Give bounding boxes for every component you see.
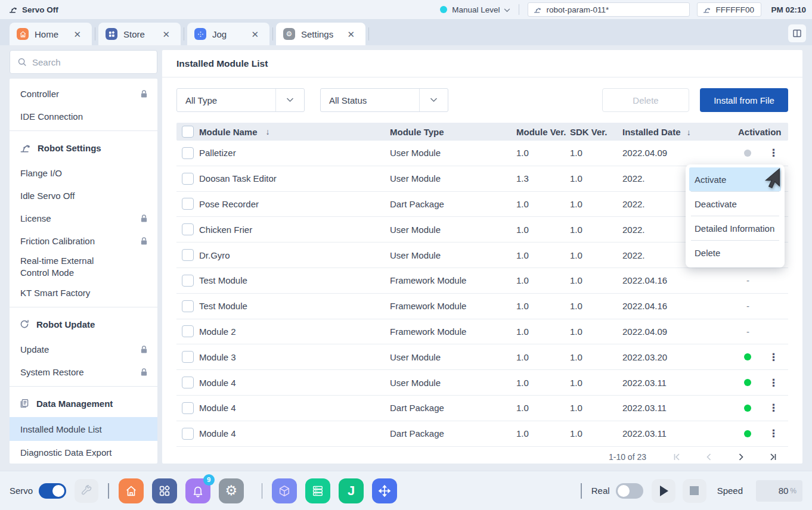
first-page-icon[interactable] bbox=[671, 452, 682, 462]
module-type-cell: User Module bbox=[390, 352, 516, 362]
installed-date-cell: 2022.04.16 bbox=[622, 275, 731, 285]
installed-date-cell: 2022.03.11 bbox=[622, 428, 731, 439]
tab-jog[interactable]: Jog ✕ bbox=[187, 23, 269, 45]
status-filter-select[interactable]: All Status bbox=[320, 88, 448, 112]
sidebar-item-license[interactable]: License bbox=[10, 207, 157, 229]
column-installed-date[interactable]: Installed Date bbox=[622, 127, 681, 137]
kebab-menu-icon[interactable]: ⋮ bbox=[768, 428, 779, 439]
sidebar-item-system-restore[interactable]: System Restore bbox=[10, 360, 157, 383]
mode-label[interactable]: Manual Level bbox=[452, 5, 500, 14]
delete-button[interactable]: Delete bbox=[602, 88, 689, 112]
sort-desc-icon[interactable]: ↓ bbox=[266, 127, 270, 136]
installed-date-cell: 2022.04.16 bbox=[622, 301, 731, 311]
speed-value-box[interactable]: 80 % bbox=[756, 480, 802, 502]
sidebar-item-realtime-external-control[interactable]: Real-time External Control Mode bbox=[10, 252, 129, 281]
split-view-button[interactable] bbox=[788, 24, 806, 42]
sidebar-item-flange-io[interactable]: Flange I/O bbox=[10, 161, 157, 184]
row-checkbox[interactable] bbox=[182, 428, 194, 440]
real-toggle[interactable] bbox=[616, 483, 643, 499]
kebab-menu-icon[interactable]: ⋮ bbox=[768, 148, 779, 158]
menu-item-deactivate[interactable]: Deactivate bbox=[689, 192, 781, 216]
row-checkbox[interactable] bbox=[182, 402, 194, 414]
close-icon[interactable]: ✕ bbox=[159, 29, 173, 40]
row-checkbox[interactable] bbox=[182, 351, 194, 363]
activation-cell: ⋮ bbox=[731, 378, 788, 388]
sidebar-item-friction-calibration[interactable]: Friction Calibration bbox=[10, 229, 157, 252]
sort-desc-icon[interactable]: ↓ bbox=[687, 128, 691, 137]
column-activation[interactable]: Activation bbox=[731, 127, 788, 137]
install-from-file-button[interactable]: Install from File bbox=[700, 88, 788, 112]
kebab-menu-icon[interactable]: ⋮ bbox=[768, 403, 779, 413]
module-type-cell: User Module bbox=[390, 378, 516, 388]
tool-wrench-button[interactable] bbox=[75, 479, 98, 503]
move-button[interactable] bbox=[372, 478, 397, 503]
close-icon[interactable]: ✕ bbox=[343, 29, 358, 40]
modules-button[interactable] bbox=[305, 478, 330, 503]
sidebar-item-kt-smart-factory[interactable]: KT Smart Factory bbox=[10, 281, 157, 304]
servo-toggle[interactable] bbox=[39, 483, 66, 499]
jog-shortcut-button[interactable]: J bbox=[339, 478, 364, 503]
module-version-cell: 1.0 bbox=[516, 199, 570, 209]
row-checkbox[interactable] bbox=[182, 377, 194, 388]
close-icon[interactable]: ✕ bbox=[247, 29, 262, 40]
kebab-menu-icon[interactable]: ⋮ bbox=[768, 378, 779, 388]
type-filter-value: All Type bbox=[177, 89, 275, 111]
row-checkbox[interactable] bbox=[182, 173, 194, 185]
column-module-type[interactable]: Module Type bbox=[390, 127, 516, 137]
settings-button[interactable]: ⚙ bbox=[219, 478, 244, 503]
row-checkbox[interactable] bbox=[182, 325, 194, 337]
sidebar-item-label: Installed Module List bbox=[20, 424, 102, 434]
column-module-name[interactable]: Module Name bbox=[199, 127, 258, 137]
sdk-version-cell: 1.0 bbox=[570, 199, 622, 209]
search-input[interactable] bbox=[32, 57, 150, 67]
workcell-button[interactable] bbox=[272, 478, 297, 503]
sidebar-item-installed-module-list[interactable]: Installed Module List bbox=[10, 417, 157, 441]
sidebar-item-label: Update bbox=[20, 344, 49, 354]
menu-item-delete[interactable]: Delete bbox=[689, 241, 781, 265]
robot-param-field[interactable]: robot-param-011* bbox=[528, 2, 690, 17]
module-type-cell: Framework Module bbox=[390, 301, 516, 311]
row-checkbox[interactable] bbox=[182, 223, 194, 235]
menu-item-detailed-information[interactable]: Detailed Information bbox=[689, 216, 781, 240]
row-checkbox[interactable] bbox=[182, 300, 194, 312]
tab-store[interactable]: Store ✕ bbox=[98, 23, 181, 45]
lock-icon bbox=[140, 214, 148, 223]
sidebar-search[interactable] bbox=[10, 50, 157, 74]
select-all-checkbox[interactable] bbox=[182, 126, 194, 138]
chevron-down-icon[interactable] bbox=[504, 8, 510, 13]
pagination: 1-10 of 23 bbox=[176, 452, 779, 462]
apps-button[interactable] bbox=[152, 478, 177, 503]
row-checkbox[interactable] bbox=[182, 275, 194, 287]
table-row: Test Module Framework Module 1.0 1.0 202… bbox=[176, 294, 788, 319]
column-module-ver[interactable]: Module Ver. bbox=[516, 127, 570, 137]
type-filter-select[interactable]: All Type bbox=[176, 88, 305, 112]
module-type-cell: Dart Package bbox=[390, 199, 516, 209]
sidebar-item-controller[interactable]: Controller bbox=[10, 82, 157, 105]
play-button[interactable] bbox=[652, 479, 675, 503]
tab-home[interactable]: Home ✕ bbox=[10, 23, 92, 45]
row-checkbox[interactable] bbox=[182, 147, 194, 159]
lock-icon bbox=[140, 237, 148, 245]
kebab-menu-icon[interactable]: ⋮ bbox=[768, 352, 779, 362]
next-page-icon[interactable] bbox=[736, 452, 746, 462]
sidebar-item-ide-connection[interactable]: IDE Connection bbox=[10, 105, 157, 128]
column-sdk-ver[interactable]: SDK Ver. bbox=[570, 127, 622, 137]
sidebar-item-update[interactable]: Update bbox=[10, 338, 157, 360]
row-checkbox[interactable] bbox=[182, 198, 194, 210]
row-checkbox[interactable] bbox=[182, 249, 194, 261]
robot-id-field[interactable]: FFFFFF00 bbox=[697, 2, 761, 17]
module-type-cell: User Module bbox=[390, 173, 516, 184]
pagination-range: 1-10 of 23 bbox=[609, 452, 646, 462]
close-icon[interactable]: ✕ bbox=[70, 29, 85, 40]
notifications-button[interactable]: 9 bbox=[185, 478, 210, 503]
last-page-icon[interactable] bbox=[768, 452, 779, 462]
sidebar-item-diagnostic-data-export[interactable]: Diagnostic Data Export bbox=[10, 441, 157, 464]
home-button[interactable] bbox=[119, 478, 144, 503]
previous-page-icon[interactable] bbox=[703, 452, 714, 462]
sidebar-item-idle-servo-off[interactable]: Idle Servo Off bbox=[10, 184, 157, 207]
tab-settings[interactable]: ⚙ Settings ✕ bbox=[276, 23, 365, 45]
jog-icon bbox=[194, 28, 206, 40]
stop-button[interactable] bbox=[683, 479, 706, 503]
sidebar-nav: Controller IDE Connection Robot Settings… bbox=[10, 79, 157, 464]
module-version-cell: 1.0 bbox=[516, 225, 570, 235]
